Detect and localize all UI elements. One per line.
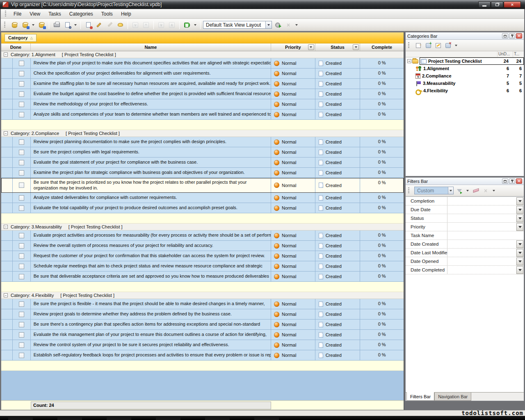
collapse-icon[interactable]: − — [4, 225, 8, 229]
menu-item[interactable]: Tools — [97, 10, 117, 18]
done-checkbox[interactable] — [19, 195, 24, 201]
task-view-layout-combo[interactable]: Default Task View Layout — [203, 21, 272, 29]
menu-item[interactable]: Help — [117, 10, 135, 18]
done-checkbox[interactable] — [19, 353, 24, 358]
column-header-complete[interactable]: Complete — [360, 43, 404, 51]
task-row[interactable]: Review project planning documentation to… — [1, 137, 404, 147]
filter-dropdown-button[interactable] — [516, 197, 523, 205]
column-header-priority[interactable]: Priority — [271, 43, 315, 51]
filters-overflow-icon[interactable] — [493, 190, 495, 192]
new-database-icon[interactable] — [9, 20, 19, 30]
print-icon[interactable] — [52, 20, 62, 30]
filter-row[interactable]: Priority — [406, 223, 524, 231]
column-header-name[interactable]: Name — [31, 43, 271, 51]
menu-item[interactable]: Categories — [65, 10, 97, 18]
column-header-status[interactable]: Status — [315, 43, 361, 51]
task-row[interactable]: Evaluate project activities and processe… — [1, 231, 404, 241]
combo-dropdown-icon[interactable] — [448, 187, 453, 194]
group-by-category-header[interactable]: Category △ — [5, 34, 37, 42]
apply-filter-icon[interactable] — [455, 187, 463, 195]
priority-filter-icon[interactable] — [308, 44, 314, 50]
filter-row[interactable]: Status — [406, 214, 524, 223]
collapse-icon[interactable]: − — [407, 59, 411, 63]
task-row[interactable]: Evaluate the risk management plan of you… — [1, 330, 404, 340]
filter-dropdown-button[interactable] — [516, 249, 523, 257]
layout-dropdown-icon[interactable] — [295, 24, 298, 26]
column-header-done[interactable]: Done — [1, 43, 31, 51]
filter-preset-combo[interactable]: Custom — [414, 187, 454, 194]
complete-task-icon[interactable] — [115, 20, 125, 30]
done-checkbox[interactable] — [19, 170, 24, 176]
done-checkbox[interactable] — [19, 61, 24, 66]
categories-overflow-icon[interactable] — [455, 45, 457, 46]
panel-close-button[interactable]: × — [516, 178, 522, 184]
task-row[interactable]: Request the customer of your project for… — [1, 251, 404, 261]
remove-filter-icon[interactable]: × — [482, 187, 490, 195]
minimize-button[interactable] — [478, 1, 491, 8]
task-row[interactable]: Review the plan of your project to make … — [1, 58, 404, 68]
restore-button[interactable] — [491, 1, 503, 8]
filter-value-field[interactable] — [447, 197, 516, 205]
done-checkbox[interactable] — [19, 301, 24, 307]
tree-item-compliance[interactable]: 2.Compliance 7 7 — [406, 72, 524, 80]
done-checkbox[interactable] — [19, 205, 24, 211]
task-row[interactable]: Be sure the project is flexible - it mea… — [1, 299, 404, 309]
task-row[interactable]: Evaluate the goal statement of your proj… — [1, 158, 404, 168]
filter-row[interactable]: Completion — [406, 197, 524, 205]
combo-dropdown-icon[interactable] — [265, 21, 272, 28]
column-total[interactable]: T... — [513, 51, 524, 57]
filter-dropdown-button[interactable] — [516, 240, 523, 248]
filter-value-field[interactable] — [447, 257, 516, 265]
filter-dropdown-button[interactable] — [516, 223, 523, 231]
filter-value-field[interactable] — [447, 266, 516, 274]
open-database-icon[interactable] — [20, 20, 30, 30]
print-dropdown-icon[interactable] — [74, 24, 77, 26]
add-category-icon[interactable] — [424, 41, 432, 50]
task-row[interactable]: Check the specification of your project … — [1, 68, 404, 79]
done-checkbox[interactable] — [19, 274, 24, 279]
done-checkbox[interactable] — [19, 139, 24, 145]
new-checklist-icon[interactable] — [414, 41, 422, 50]
task-row[interactable]: Review the overall system of process mea… — [1, 241, 404, 251]
task-row[interactable]: Evaluate the budget against the cost bas… — [1, 89, 404, 99]
task-row[interactable]: Evaluate the total capability of your pr… — [1, 203, 404, 213]
filter-dropdown-button[interactable] — [516, 206, 523, 214]
task-row[interactable]: Review the control system of your projec… — [1, 340, 404, 350]
task-row[interactable]: Review the methodology of your project f… — [1, 99, 404, 110]
task-row[interactable]: Be sure the project complies with legal … — [1, 147, 404, 158]
done-checkbox[interactable] — [19, 183, 24, 188]
column-undone[interactable]: UnD... — [498, 51, 513, 57]
menu-item[interactable]: Tasks — [44, 10, 65, 18]
group-header-alignment[interactable]: − Category: 1.Alignment [ Project Testin… — [1, 51, 404, 58]
done-checkbox[interactable] — [19, 332, 24, 338]
menu-item[interactable]: File — [9, 10, 25, 18]
panel-close-button[interactable]: × — [516, 33, 522, 39]
print-preview-icon[interactable] — [62, 20, 72, 30]
tree-item-alignment[interactable]: 1.Alignment 6 6 — [406, 65, 524, 72]
done-checkbox[interactable] — [19, 150, 24, 155]
notes-icon[interactable] — [182, 20, 192, 30]
close-button[interactable]: × — [504, 1, 521, 8]
filter-row[interactable]: Date Created — [406, 240, 524, 249]
move-up-icon[interactable]: ^ — [141, 20, 151, 30]
move-down-icon[interactable]: v — [130, 20, 140, 30]
clear-filter-icon[interactable] — [472, 187, 480, 195]
filter-dropdown-button[interactable] — [516, 266, 523, 274]
task-row[interactable]: Review project goals to determine whethe… — [1, 309, 404, 320]
tree-item-measurability[interactable]: 3.Measurability 5 5 — [406, 80, 524, 87]
group-header-compliance[interactable]: − Category: 2.Compliance [ Project Testi… — [1, 130, 404, 137]
done-checkbox[interactable] — [19, 233, 24, 238]
task-row[interactable]: Analyze skills and competencies of your … — [1, 110, 404, 120]
task-row[interactable]: Analyze stated deliverables for complian… — [1, 193, 404, 203]
filter-value-field[interactable] — [447, 231, 516, 240]
panel-pin-button[interactable] — [509, 33, 515, 39]
tree-item-flexibility[interactable]: 4.Flexibility 6 6 — [406, 87, 524, 94]
task-row[interactable]: Examine the project plan for strategic c… — [1, 168, 404, 178]
tree-item-project[interactable]: − Project Testing Checklist 24 24 — [406, 57, 524, 65]
panel-pin-button[interactable] — [509, 178, 515, 184]
task-row[interactable]: Schedule regular meetings that aim to ch… — [1, 261, 404, 272]
panel-restore-button[interactable] — [502, 33, 508, 39]
done-checkbox[interactable] — [19, 243, 24, 249]
group-header-flexibility[interactable]: − Category: 4.Flexibility [ Project Test… — [1, 292, 404, 299]
done-checkbox[interactable] — [19, 342, 24, 348]
